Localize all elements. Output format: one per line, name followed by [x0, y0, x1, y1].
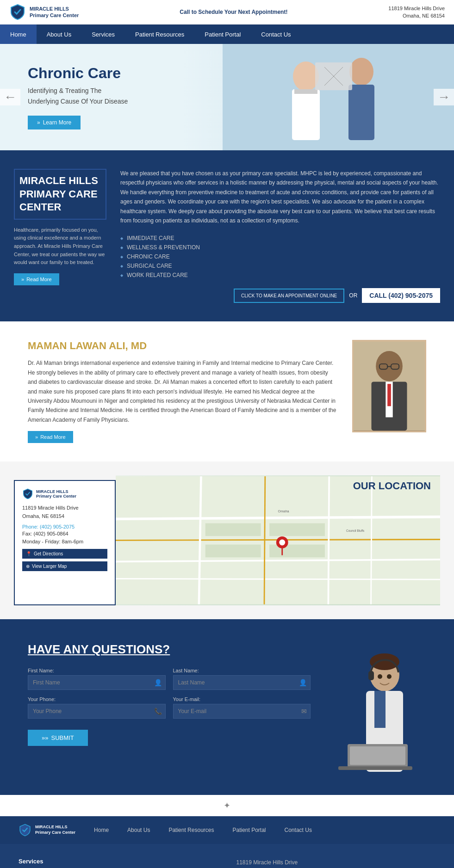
- cta-bar: CLICK TO MAKE AN APPOINTMENT ONLINE OR C…: [120, 288, 440, 303]
- last-name-wrap: 👤: [173, 675, 311, 690]
- location-actions: 📍 Get Directions ⊕ View Larger Map: [22, 549, 107, 571]
- location-title: OUR LOCATION: [353, 480, 431, 492]
- svg-point-43: [378, 674, 382, 679]
- footer-address: 11819 Miracle Hills Drive Omaha, NE 6815…: [236, 858, 436, 868]
- larger-map-button[interactable]: ⊕ View Larger Map: [22, 561, 107, 571]
- contact-section: HAVE ANY QUESTIONS? First Name: 👤 Last N…: [0, 619, 454, 795]
- appointment-button[interactable]: CLICK TO MAKE AN APPOINTMENT ONLINE: [234, 289, 344, 303]
- svg-point-37: [370, 653, 399, 670]
- shield-icon: [9, 4, 26, 20]
- doctor-bio: Dr. Ali Maman brings international exper…: [28, 358, 338, 425]
- doctor-image-svg: [354, 340, 425, 432]
- svg-rect-29: [269, 545, 325, 558]
- svg-line-24: [328, 476, 329, 604]
- svg-line-21: [116, 579, 440, 579]
- email-label: Your E-mail:: [173, 696, 311, 702]
- service-item: CHRONIC CARE: [120, 252, 440, 261]
- person-icon: 👤: [154, 679, 162, 686]
- first-name-input[interactable]: [28, 675, 166, 690]
- divider-icon: ✦: [224, 801, 230, 810]
- location-fax: Fax: (402) 905-0864: [22, 531, 107, 536]
- top-bar-logo: MIRACLE HILLS Primary Care Center: [9, 4, 79, 20]
- svg-rect-47: [338, 766, 412, 770]
- phone-wrap: 📞: [28, 704, 166, 719]
- form-group-email: Your E-mail: ✉: [173, 696, 311, 719]
- address-text: 11819 Miracle Hills Drive Omaha, NE 6815…: [388, 5, 445, 20]
- contact-person-svg: [324, 642, 426, 772]
- email-input[interactable]: [173, 704, 311, 719]
- main-nav: Home About Us Services Patient Resources…: [0, 25, 454, 44]
- person-icon-2: 👤: [299, 679, 307, 686]
- about-section: MIRACLE HILLS PRIMARY CARE CENTER Health…: [0, 150, 454, 321]
- form-group-lastname: Last Name: 👤: [173, 668, 311, 690]
- footer-nav-contact[interactable]: Contact Us: [285, 827, 312, 833]
- service-item: IMMEDIATE CARE: [120, 234, 440, 243]
- doctor-section: MAMAN LAWAN ALI, MD Dr. Ali Maman brings…: [0, 321, 454, 462]
- location-address: 11819 Miracle Hills Drive Omaha, NE 6815…: [22, 504, 107, 520]
- directions-button[interactable]: 📍 Get Directions: [22, 549, 107, 559]
- nav-patient-portal[interactable]: Patient Portal: [194, 25, 251, 44]
- service-item: SURGICAL CARE: [120, 261, 440, 271]
- last-name-input[interactable]: [173, 675, 311, 690]
- footer-services-title: Services: [19, 858, 218, 865]
- svg-text:Council Bluffs: Council Bluffs: [346, 529, 364, 532]
- or-text: OR: [349, 292, 357, 299]
- hero-prev-arrow[interactable]: ←: [0, 89, 20, 105]
- footer-logo-text: MIRACLE HILLS Primary Care Center: [35, 825, 75, 835]
- contact-form-area: HAVE ANY QUESTIONS? First Name: 👤 Last N…: [28, 642, 311, 772]
- svg-rect-26: [205, 523, 261, 536]
- location-card: MIRACLE HILLS Primary Care Center 11819 …: [14, 480, 116, 605]
- phone-label: Your Phone:: [28, 696, 166, 702]
- form-row-contact: Your Phone: 📞 Your E-mail: ✉: [28, 696, 311, 719]
- footer-nav-portal[interactable]: Patient Portal: [232, 827, 266, 833]
- nav-contact[interactable]: Contact Us: [251, 25, 301, 44]
- nav-home[interactable]: Home: [0, 25, 37, 44]
- call-button[interactable]: CALL (402) 905-2075: [362, 288, 440, 303]
- clinic-name: MIRACLE HILLS PRIMARY CARE CENTER: [14, 169, 106, 220]
- nav-patient-resources[interactable]: Patient Resources: [125, 25, 194, 44]
- about-right: We are pleased that you have chosen us a…: [120, 169, 440, 303]
- pin-icon: 📍: [26, 551, 31, 556]
- footer-logo: MIRACLE HILLS Primary Care Center: [19, 824, 75, 837]
- form-group-phone: Your Phone: 📞: [28, 696, 166, 719]
- footer-nav-about[interactable]: About Us: [127, 827, 150, 833]
- footer-address-col: 11819 Miracle Hills Drive Omaha, NE 6815…: [236, 858, 436, 868]
- hero-subtitle: Identifying & Treating The Underlying Ca…: [28, 86, 426, 106]
- footer-nav-resources[interactable]: Patient Resources: [168, 827, 214, 833]
- footer-content: Services Immediate Care Wellness & Preve…: [0, 844, 454, 868]
- any-underlined: ANY: [63, 642, 88, 656]
- schedule-text: Call to Schedule Your Next Appointment!: [180, 9, 287, 15]
- contact-image-area: [324, 642, 426, 772]
- about-description: Healthcare, primarily focused on you, us…: [14, 226, 106, 267]
- expand-icon: ⊕: [26, 564, 30, 569]
- nav-about[interactable]: About Us: [37, 25, 81, 44]
- first-name-wrap: 👤: [28, 675, 166, 690]
- phone-input[interactable]: [28, 704, 166, 719]
- doctor-read-more-button[interactable]: Read More: [28, 431, 73, 443]
- location-card-logo: MIRACLE HILLS Primary Care Center: [22, 488, 107, 499]
- map-svg: Omaha Council Bluffs: [116, 475, 440, 605]
- divider-section: ✦: [0, 795, 454, 816]
- first-name-label: First Name:: [28, 668, 166, 673]
- hero-section: ← Chronic Care Identifying & Treating Th…: [0, 44, 454, 150]
- doctor-info: MAMAN LAWAN ALI, MD Dr. Ali Maman brings…: [28, 340, 338, 443]
- svg-rect-38: [368, 671, 374, 680]
- nav-services[interactable]: Services: [81, 25, 125, 44]
- map-area[interactable]: OUR LOCATION Omaha Council Bluffs: [116, 475, 440, 605]
- svg-rect-28: [205, 545, 261, 558]
- svg-point-44: [387, 674, 392, 679]
- footer-nav-home[interactable]: Home: [94, 827, 109, 833]
- svg-rect-46: [350, 746, 405, 765]
- svg-rect-27: [269, 523, 325, 536]
- location-hours: Monday - Friday: 8am-6pm: [22, 539, 107, 544]
- hero-next-arrow[interactable]: →: [434, 89, 454, 105]
- submit-button[interactable]: SUBMIT: [28, 730, 88, 746]
- contact-title: HAVE ANY QUESTIONS?: [28, 642, 311, 657]
- hero-content: Chronic Care Identifying & Treating The …: [0, 46, 454, 148]
- footer-services-col: Services Immediate Care Wellness & Preve…: [19, 858, 218, 868]
- doctor-photo: [352, 340, 426, 432]
- phone-icon: 📞: [154, 708, 162, 715]
- about-read-more-button[interactable]: Read More: [14, 273, 59, 285]
- learn-more-button[interactable]: Learn More: [28, 116, 81, 129]
- footer-shield-icon: [19, 824, 31, 837]
